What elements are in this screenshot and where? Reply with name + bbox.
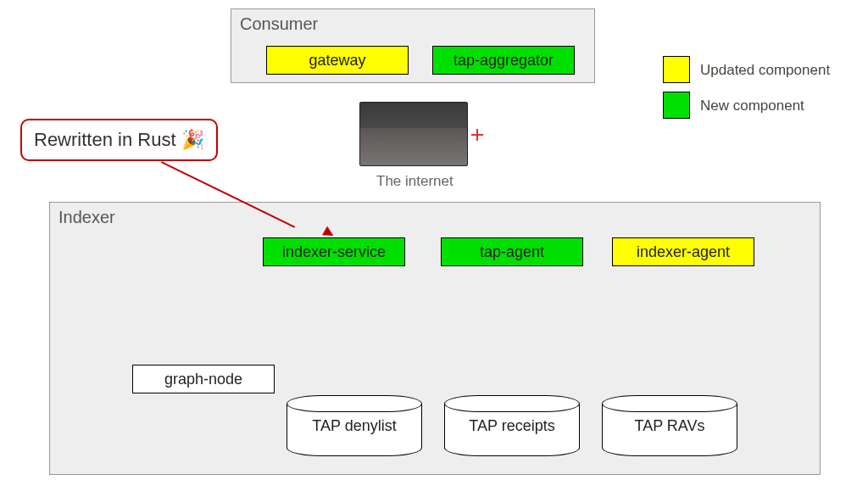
guide-marker-icon	[471, 129, 483, 141]
rust-callout: Rewritten in Rust 🎉	[20, 119, 218, 161]
internet-caption: The internet	[376, 173, 453, 190]
legend-updated-label: Updated component	[700, 62, 830, 79]
internet-image	[359, 102, 468, 166]
consumer-title: Consumer	[240, 14, 318, 34]
tap-agent-box: tap-agent	[441, 237, 583, 266]
legend-new-swatch	[663, 92, 690, 119]
tap-agent-label: tap-agent	[480, 243, 544, 261]
tap-ravs-cylinder: TAP RAVs	[602, 395, 737, 456]
graph-node-label: graph-node	[164, 371, 242, 388]
tap-receipts-cylinder: TAP receipts	[444, 395, 580, 456]
indexer-service-label: indexer-service	[282, 243, 386, 261]
rust-callout-text: Rewritten in Rust 🎉	[34, 129, 204, 150]
tap-aggregator-label: tap-aggregator	[453, 52, 554, 70]
legend-updated-swatch	[663, 56, 690, 83]
gateway-label: gateway	[309, 52, 365, 70]
gateway-box: gateway	[266, 46, 409, 75]
graph-node-box: graph-node	[132, 365, 275, 393]
tap-denylist-label: TAP denylist	[312, 417, 396, 435]
tap-receipts-label: TAP receipts	[469, 417, 554, 435]
legend-new-label: New component	[700, 98, 804, 114]
indexer-agent-label: indexer-agent	[637, 243, 730, 261]
tap-denylist-cylinder: TAP denylist	[287, 395, 422, 456]
indexer-service-box: indexer-service	[263, 237, 405, 266]
tap-aggregator-box: tap-aggregator	[432, 46, 575, 75]
indexer-agent-box: indexer-agent	[612, 237, 754, 266]
indexer-title: Indexer	[58, 208, 115, 227]
tap-ravs-label: TAP RAVs	[634, 417, 704, 435]
